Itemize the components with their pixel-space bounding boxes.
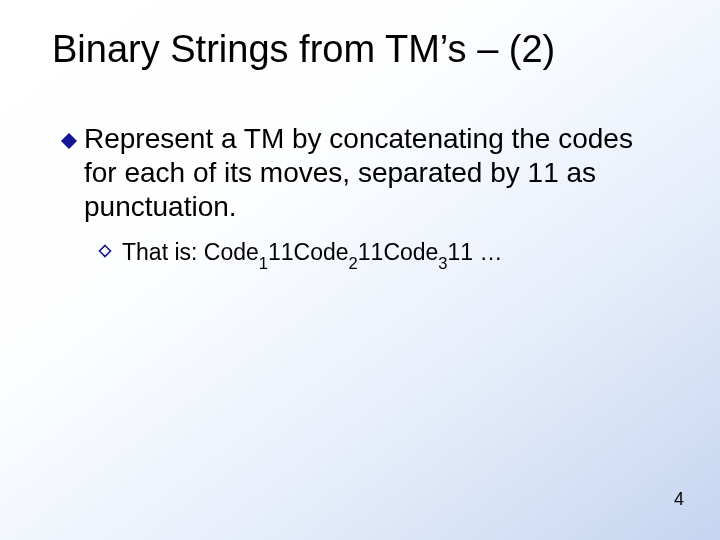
b2-sub-3: 3 — [438, 254, 447, 273]
bullet-level-1: Represent a TM by concatenating the code… — [60, 122, 656, 224]
slide-body: Represent a TM by concatenating the code… — [60, 122, 656, 272]
b2-sub-2: 2 — [349, 254, 358, 273]
page-number: 4 — [674, 489, 684, 510]
svg-marker-0 — [61, 133, 77, 149]
b2-sep-3: 11 — [448, 239, 474, 265]
bullet-2-text: That is: Code111Code211Code311 … — [122, 238, 503, 271]
slide: Binary Strings from TM’s – (2) Represent… — [0, 0, 720, 540]
small-diamond-bullet-icon — [98, 244, 112, 258]
b2-prefix: That is: — [122, 239, 204, 265]
b2-sep-2: 11 — [358, 239, 384, 265]
b2-trail: … — [473, 239, 502, 265]
bullet-level-2: That is: Code111Code211Code311 … — [98, 238, 656, 271]
bullet-1-text: Represent a TM by concatenating the code… — [84, 122, 656, 224]
slide-title: Binary Strings from TM’s – (2) — [52, 28, 680, 71]
b2-sep-1: 11 — [268, 239, 294, 265]
b2-code-3: Code — [383, 239, 438, 265]
svg-marker-1 — [100, 246, 111, 257]
b2-sub-1: 1 — [259, 254, 268, 273]
diamond-bullet-icon — [60, 132, 78, 150]
b2-code-1: Code — [204, 239, 259, 265]
b2-code-2: Code — [294, 239, 349, 265]
